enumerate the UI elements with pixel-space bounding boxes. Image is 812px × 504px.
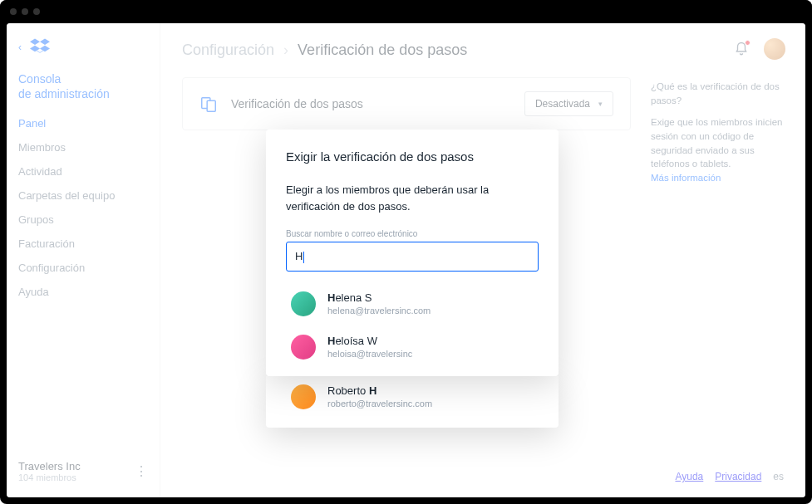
svg-rect-1	[207, 100, 215, 111]
member-avatar	[291, 291, 316, 316]
footer-lang[interactable]: es	[773, 471, 784, 482]
dropbox-logo-icon	[30, 38, 50, 56]
member-email: roberto@travelersinc.com	[327, 399, 432, 409]
notification-badge	[745, 40, 750, 46]
window-titlebar	[0, 0, 812, 23]
member-name: Roberto H	[327, 384, 432, 397]
user-avatar[interactable]	[764, 38, 785, 60]
sidebar-item-groups[interactable]: Grupos	[7, 208, 160, 232]
footer-help-link[interactable]: Ayuda	[675, 471, 703, 482]
member-email: helena@travelersinc.com	[327, 306, 431, 316]
member-name: Helena S	[327, 291, 431, 304]
sidebar-item-settings[interactable]: Configuración	[7, 256, 160, 280]
two-step-card: Verificación de dos pasos Desactivada ▾	[182, 77, 631, 130]
sidebar-item-team-folders[interactable]: Carpetas del equipo	[7, 183, 160, 208]
info-body: Exige que los miembros inicien sesión co…	[651, 115, 784, 171]
member-search-input[interactable]: H	[286, 242, 539, 272]
sidebar-item-billing[interactable]: Facturación	[7, 232, 160, 256]
sidebar-item-help[interactable]: Ayuda	[7, 280, 160, 304]
member-email: heloisa@travelersinc	[327, 349, 412, 359]
sidebar-item-activity[interactable]: Actividad	[7, 159, 160, 183]
breadcrumb-parent[interactable]: Configuración	[182, 42, 274, 58]
back-caret-icon[interactable]: ‹	[18, 42, 22, 53]
modal-title: Exigir la verificación de dos pasos	[286, 149, 539, 164]
member-avatar	[291, 384, 316, 409]
require-two-step-modal: Exigir la verificación de dos pasos Eleg…	[266, 130, 559, 376]
sidebar: ‹ Consola de administración Panel Miembr…	[7, 23, 160, 497]
more-info-link[interactable]: Más información	[651, 173, 721, 183]
org-name: Travelers Inc	[18, 460, 81, 472]
footer-privacy-link[interactable]: Privacidad	[715, 471, 761, 482]
kebab-menu-icon[interactable]: ⋮	[135, 463, 148, 479]
search-label: Buscar nombre o correo electrónico	[286, 229, 539, 238]
breadcrumb: Configuración › Verificación de dos paso…	[182, 42, 784, 59]
suggestion-item[interactable]: Heloísa W heloisa@travelersinc	[286, 326, 539, 369]
member-avatar	[291, 335, 316, 360]
chevron-down-icon: ▾	[598, 100, 603, 108]
breadcrumb-current: Verificación de dos pasos	[298, 42, 467, 58]
console-heading: Consola de administración	[7, 71, 160, 111]
info-question: ¿Qué es la verificación de dos pasos?	[651, 80, 784, 107]
info-panel: ¿Qué es la verificación de dos pasos? Ex…	[651, 80, 784, 185]
chevron-right-icon: ›	[283, 42, 288, 58]
card-title: Verificación de dos pasos	[231, 97, 363, 110]
suggestion-item[interactable]: Roberto H roberto@travelersinc.com	[286, 376, 539, 419]
sidebar-item-panel[interactable]: Panel	[7, 111, 160, 135]
sidebar-item-members[interactable]: Miembros	[7, 135, 160, 159]
modal-description: Elegir a los miembros que deberán usar l…	[286, 182, 539, 214]
status-dropdown[interactable]: Desactivada ▾	[524, 91, 613, 116]
notification-bell-icon[interactable]	[734, 42, 749, 56]
member-name: Heloísa W	[327, 335, 412, 347]
two-step-icon	[199, 95, 218, 113]
suggestion-item[interactable]: Helena S helena@travelersinc.com	[286, 283, 539, 326]
org-member-count: 104 miembros	[18, 472, 81, 482]
